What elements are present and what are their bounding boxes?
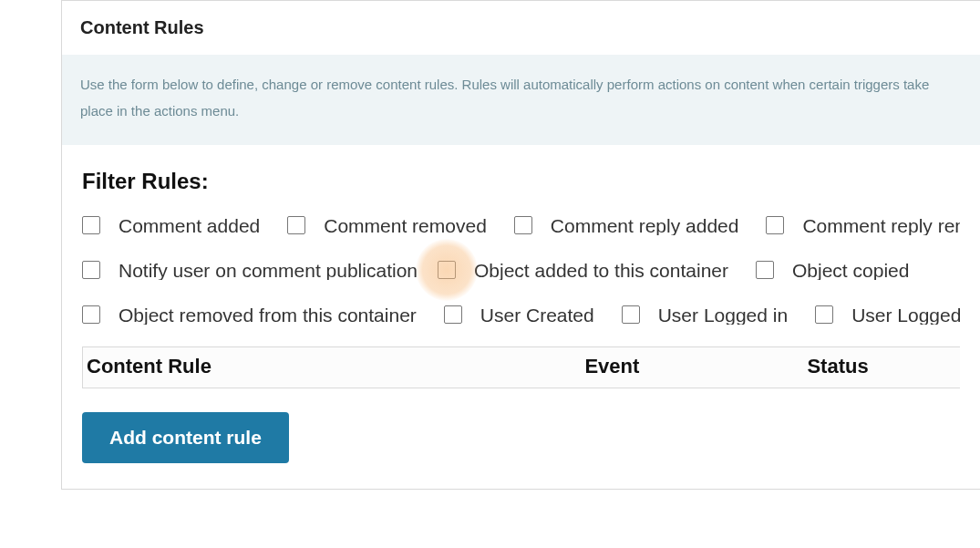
panel-title: Content Rules bbox=[80, 17, 204, 37]
filter-label: User Logged out bbox=[851, 305, 960, 325]
info-band: Use the form below to define, change or … bbox=[62, 55, 980, 145]
filter-checkbox-user-logged-in[interactable] bbox=[622, 305, 640, 324]
filter-label: Notify user on comment publication bbox=[119, 261, 418, 280]
filter-row: Notify user on comment publication Objec… bbox=[82, 261, 960, 280]
rules-table-header: Content Rule Event Status bbox=[83, 347, 960, 388]
filter-label: Comment reply added bbox=[551, 216, 739, 235]
info-text: Use the form below to define, change or … bbox=[80, 71, 962, 125]
filter-label: Comment removed bbox=[324, 216, 487, 235]
filter-row: Comment added Comment removed Comment re… bbox=[82, 216, 960, 235]
filter-checkbox-object-added-to-this-container[interactable] bbox=[438, 261, 456, 279]
filter-checkbox-comment-removed[interactable] bbox=[287, 216, 305, 234]
content-rules-panel: Content Rules Use the form below to defi… bbox=[61, 0, 980, 490]
filter-item-comment-reply-removed: Comment reply removed bbox=[766, 216, 960, 235]
filter-checkbox-object-removed-from-this-container[interactable] bbox=[82, 305, 100, 324]
filter-label: User Logged in bbox=[658, 305, 788, 325]
actions-row: Add content rule bbox=[82, 412, 960, 463]
filter-row: Object removed from this container User … bbox=[82, 305, 960, 325]
filter-label: Comment reply removed bbox=[802, 216, 960, 235]
filter-heading: Filter Rules: bbox=[82, 169, 960, 194]
rules-table-col-rule: Content Rule bbox=[83, 347, 581, 388]
filter-item-comment-reply-added: Comment reply added bbox=[514, 216, 739, 235]
rules-table-col-event: Event bbox=[581, 347, 803, 388]
filter-item-notify-user-on-comment-publication: Notify user on comment publication bbox=[82, 261, 418, 280]
panel-body: Filter Rules: Comment added Comment remo… bbox=[62, 145, 980, 489]
filter-item-comment-added: Comment added bbox=[82, 216, 260, 235]
filter-label: Object removed from this container bbox=[119, 305, 417, 325]
filter-label: Object copied bbox=[792, 261, 909, 280]
filter-label: Comment added bbox=[119, 216, 260, 235]
filter-item-comment-removed: Comment removed bbox=[287, 216, 487, 235]
filter-label: Object added to this container bbox=[474, 261, 728, 280]
filter-checkbox-comment-reply-removed[interactable] bbox=[766, 216, 784, 234]
filter-checkbox-user-logged-out[interactable] bbox=[815, 305, 833, 324]
filter-item-object-added-to-this-container: Object added to this container bbox=[438, 261, 728, 280]
filter-checkbox-comment-added[interactable] bbox=[82, 216, 100, 234]
filter-item-user-logged-out: User Logged out bbox=[815, 305, 960, 325]
filter-item-user-logged-in: User Logged in bbox=[622, 305, 788, 325]
filter-item-object-removed-from-this-container: Object removed from this container bbox=[82, 305, 417, 325]
filter-checkbox-user-created[interactable] bbox=[444, 305, 462, 324]
rules-table: Content Rule Event Status bbox=[82, 346, 960, 388]
filter-item-user-created: User Created bbox=[444, 305, 594, 325]
filter-checkbox-comment-reply-added[interactable] bbox=[514, 216, 532, 234]
filter-item-object-copied: Object copied bbox=[756, 261, 909, 280]
filter-checkbox-object-copied[interactable] bbox=[756, 261, 774, 279]
add-content-rule-button[interactable]: Add content rule bbox=[82, 412, 289, 463]
rules-table-col-status: Status bbox=[803, 347, 960, 388]
panel-header: Content Rules bbox=[62, 1, 980, 58]
filter-checkbox-notify-user-on-comment-publication[interactable] bbox=[82, 261, 100, 279]
filter-label: User Created bbox=[480, 305, 594, 325]
